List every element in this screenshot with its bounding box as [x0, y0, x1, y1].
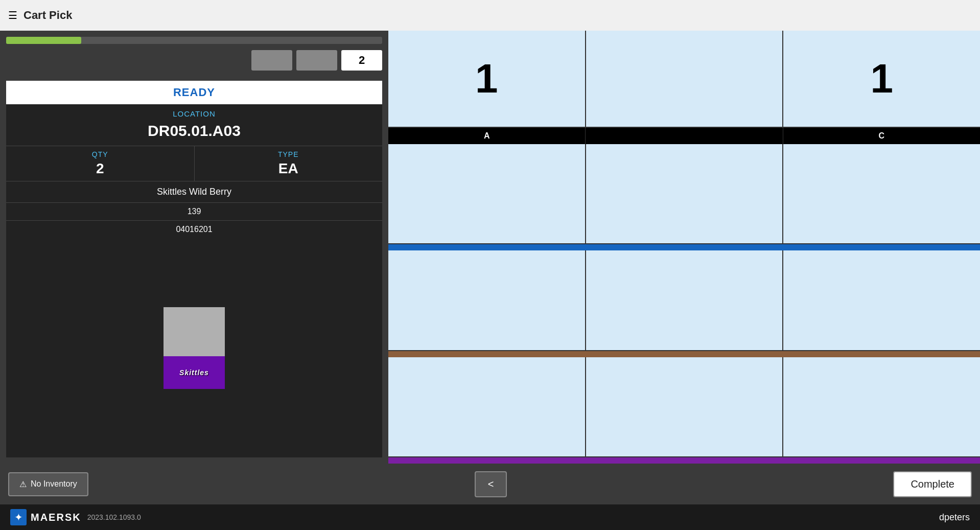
qty-value: 2 [6, 160, 194, 177]
product-image-area: Skittles [6, 238, 382, 457]
back-icon: < [488, 478, 494, 490]
shelf-row-1 [388, 144, 980, 244]
product-image-candy: Skittles [164, 356, 225, 389]
shelf-cell-2a [388, 250, 586, 351]
shelf-cell-3c [783, 357, 980, 457]
qty-type-row: QTY 2 TYPE EA [6, 146, 382, 181]
left-panel: 2 READY LOCATION DR05.01.A03 QTY 2 TYPE … [0, 31, 388, 464]
location-value: DR05.01.A03 [6, 120, 382, 146]
type-section: TYPE EA [195, 146, 383, 181]
footer-left: ✦ MAERSK 2023.102.1093.0 [10, 509, 141, 525]
type-label: TYPE [195, 150, 383, 158]
progress-bar-container [6, 37, 382, 44]
shelf-cell-1a [388, 144, 586, 244]
divider-brown [388, 351, 980, 357]
main-content: 2 READY LOCATION DR05.01.A03 QTY 2 TYPE … [0, 31, 980, 464]
right-panel: 1 1 A C [388, 31, 980, 464]
shelf-row-2 [388, 250, 980, 351]
top-cell-c: 1 [783, 31, 980, 128]
col-labels-row: A C [388, 128, 980, 144]
type-value: EA [195, 160, 383, 177]
maersk-logo: ✦ MAERSK [10, 509, 81, 525]
footer-bar: ✦ MAERSK 2023.102.1093.0 dpeters [0, 504, 980, 530]
top-cell-b [586, 31, 784, 128]
no-inventory-label: No Inventory [31, 479, 77, 489]
app-title: Cart Pick [24, 9, 72, 22]
cart-grid: 1 1 A C [388, 31, 980, 464]
divider-blue [388, 244, 980, 250]
shelf-cell-2b [586, 250, 784, 351]
shelf-cell-3b [586, 357, 784, 457]
maersk-brand: MAERSK [31, 512, 81, 523]
status-badge: READY [6, 81, 382, 104]
shelf-cell-2c [783, 250, 980, 351]
back-button[interactable]: < [475, 471, 507, 497]
complete-button[interactable]: Complete [893, 471, 972, 497]
qty-label: QTY [6, 150, 194, 158]
col-label-b [586, 128, 783, 144]
shelf-row-3 [388, 357, 980, 457]
qty-section: QTY 2 [6, 146, 195, 181]
maersk-star-icon: ✦ [10, 509, 27, 525]
col-label-c: C [783, 128, 980, 144]
warning-icon: ⚠ [19, 479, 27, 489]
shelf-cell-1b [586, 144, 784, 244]
step-indicators: 2 [6, 50, 382, 71]
top-number-row: 1 1 [388, 31, 980, 128]
item-code: 04016201 [6, 220, 382, 238]
step-box-2 [296, 50, 337, 71]
location-label: LOCATION [6, 104, 382, 120]
col-label-a: A [388, 128, 586, 144]
progress-bar-fill [6, 37, 81, 44]
no-inventory-button[interactable]: ⚠ No Inventory [8, 472, 88, 496]
product-image-top [164, 307, 225, 356]
bottom-bar: ⚠ No Inventory < Complete [0, 464, 980, 504]
item-number: 139 [6, 202, 382, 220]
menu-icon[interactable]: ☰ [8, 9, 17, 21]
product-image: Skittles [164, 307, 225, 389]
info-card: READY LOCATION DR05.01.A03 QTY 2 TYPE EA… [6, 81, 382, 457]
shelf-cell-1c [783, 144, 980, 244]
footer-username: dpeters [939, 512, 970, 523]
divider-purple [388, 457, 980, 464]
app-version: 2023.102.1093.0 [87, 513, 141, 521]
shelf-cell-3a [388, 357, 586, 457]
step-box-1 [251, 50, 292, 71]
top-cell-a: 1 [388, 31, 586, 128]
top-bar: ☰ Cart Pick [0, 0, 980, 31]
progress-area: 2 [6, 37, 382, 73]
step-box-3: 2 [341, 50, 382, 71]
item-name: Skittles Wild Berry [6, 181, 382, 202]
